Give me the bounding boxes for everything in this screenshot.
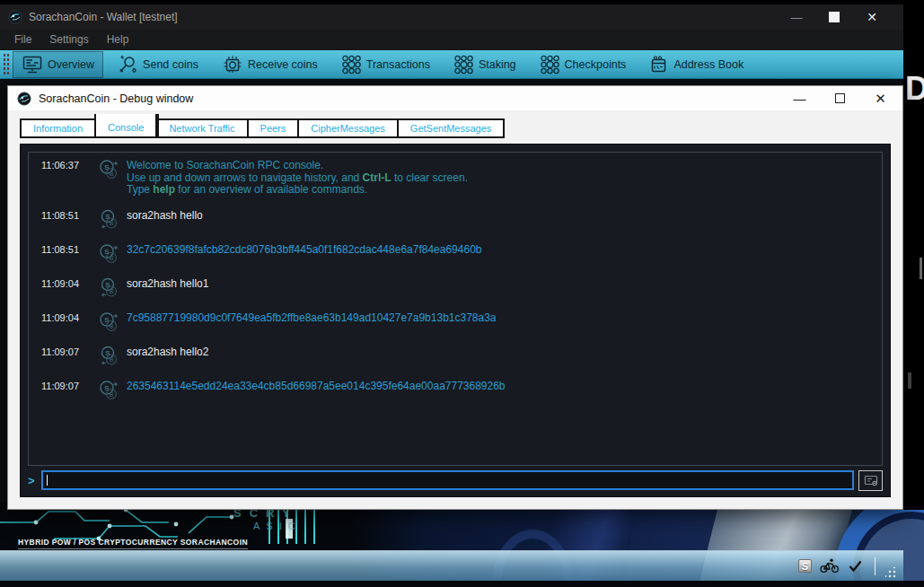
console-row: 11:06:37 S B Welcome to SorachanCoin RPC… <box>29 159 882 197</box>
tab-cipher-messages[interactable]: CipherMessages <box>299 120 399 136</box>
console-command: sora2hash hello2 <box>127 346 882 367</box>
toolbar-transactions-button[interactable]: Transactions <box>332 51 439 78</box>
console-timestamp: 11:09:07 <box>41 380 91 401</box>
console-hash-result: 32c7c20639f8fafcb82cdc8076b3bff445a0f1f6… <box>127 243 882 265</box>
rpc-reply-coin-icon: S B <box>91 159 127 197</box>
rpc-command-coin-icon: S B <box>91 209 127 231</box>
console-input[interactable] <box>43 473 852 489</box>
hybrid-pow-pos-tagline: HYBRID POW / POS CRYPTOCURRENCY SORACHAN… <box>18 538 248 549</box>
s-badge-icon: S <box>798 559 812 573</box>
debug-title-bar: SorachanCoin - Debug window — ✕ <box>8 86 902 110</box>
console-input-row: > <box>28 469 883 491</box>
clear-console-icon <box>864 475 878 486</box>
debug-window: SorachanCoin - Debug window — ✕ Informat… <box>7 85 903 510</box>
toolbar-overview-label: Overview <box>48 58 94 71</box>
console-timestamp: 11:09:07 <box>41 346 91 367</box>
main-window-title: SorachanCoin - Wallet [testnet] <box>29 11 178 23</box>
svg-text:B: B <box>110 220 114 226</box>
svg-text:B: B <box>110 356 114 363</box>
toolbar-address-book-label: Address Book <box>673 58 744 71</box>
status-bar: S <box>0 550 903 581</box>
debug-window-title: SorachanCoin - Debug window <box>39 92 193 105</box>
svg-text:B: B <box>110 390 114 397</box>
console-timestamp: 11:09:04 <box>41 277 91 299</box>
console-command: sora2hash hello <box>127 209 882 231</box>
rpc-command-coin-icon: S B <box>91 346 127 367</box>
sorachancoin-logo-icon <box>8 10 22 24</box>
toolbar-staking-label: Staking <box>479 58 516 71</box>
resize-grip[interactable] <box>885 567 896 578</box>
main-close-button[interactable]: ✕ <box>853 4 891 30</box>
console-timestamp: 11:08:51 <box>41 243 91 265</box>
svg-text:B: B <box>110 322 114 329</box>
menu-settings[interactable]: Settings <box>40 30 97 50</box>
toolbar-checkpoints-label: Checkpoints <box>565 58 627 71</box>
receive-coins-icon <box>222 55 243 74</box>
console-hash-result: 7c95887719980d9c0f7649ea5fb2ffbe8ae63b14… <box>127 311 882 333</box>
console-timestamp: 11:09:04 <box>41 311 91 333</box>
toolbar: Overview Send coins <box>0 50 903 79</box>
background-letter: D <box>905 70 924 108</box>
console-row: 11:09:04 S B 7c95887719980d9c0f7649ea5fb… <box>29 311 882 333</box>
checkpoints-icon <box>540 55 560 74</box>
menu-bar: File Settings Help <box>0 30 903 50</box>
toolbar-transactions-label: Transactions <box>366 58 430 71</box>
toolbar-send-coins-button[interactable]: Send coins <box>109 51 207 78</box>
clear-console-button[interactable] <box>858 470 883 491</box>
svg-text:B: B <box>110 288 114 294</box>
toolbar-checkpoints-button[interactable]: Checkpoints <box>531 51 636 78</box>
sorachancoin-logo-icon <box>17 92 31 106</box>
console-row: 11:09:04 S B sora2hash hello1 <box>29 277 882 299</box>
staking-icon <box>453 55 474 74</box>
console-command: sora2hash hello1 <box>127 277 882 299</box>
menu-help[interactable]: Help <box>98 30 138 50</box>
sync-check-icon[interactable] <box>848 559 863 573</box>
main-minimize-button[interactable]: — <box>778 4 815 30</box>
debug-tab-bar: Information Console Network Traffic Peer… <box>20 118 505 138</box>
keyword-ctrl-l: Ctrl-L <box>363 171 392 184</box>
debug-maximize-button[interactable] <box>820 86 860 110</box>
tab-information[interactable]: Information <box>22 120 96 136</box>
toolbar-staking-button[interactable]: Staking <box>444 51 525 78</box>
main-title-bar: SorachanCoin - Wallet [testnet] — ✕ <box>0 4 903 30</box>
asic-art-text: ASIC <box>253 521 302 531</box>
send-coins-icon <box>118 55 138 74</box>
transactions-icon <box>341 55 362 74</box>
screen-bottom-strip <box>0 581 924 587</box>
toolbar-address-book-button[interactable]: Address Book <box>640 51 752 78</box>
console-input-wrap <box>41 470 854 490</box>
debug-close-button[interactable]: ✕ <box>860 86 901 110</box>
tab-console[interactable]: Console <box>96 114 157 136</box>
menu-file[interactable]: File <box>5 30 40 50</box>
console-row: 11:09:07 S B sora2hash hello2 <box>29 346 882 367</box>
tab-network-traffic[interactable]: Network Traffic <box>157 120 248 136</box>
console-hash-result: 2635463114e5edd24ea33e4cb85d66987a5ee014… <box>127 380 882 401</box>
toolbar-receive-coins-label: Receive coins <box>248 58 318 71</box>
console-timestamp: 11:06:37 <box>41 159 91 197</box>
svg-text:B: B <box>110 254 114 260</box>
rpc-reply-coin-icon: S B <box>91 311 127 333</box>
console-panel: 11:06:37 S B Welcome to SorachanCoin RPC… <box>20 144 891 497</box>
toolbar-send-coins-label: Send coins <box>143 58 198 71</box>
main-maximize-button[interactable] <box>815 4 853 30</box>
console-welcome-message: Welcome to SorachanCoin RPC console. Use… <box>127 159 882 197</box>
overview-monitor-icon <box>22 55 43 74</box>
console-output: 11:06:37 S B Welcome to SorachanCoin RPC… <box>28 152 883 466</box>
toolbar-receive-coins-button[interactable]: Receive coins <box>213 51 327 78</box>
toolbar-overview-button[interactable]: Overview <box>13 51 103 78</box>
address-book-icon <box>649 55 669 74</box>
statusbar-separator <box>875 557 876 575</box>
rpc-reply-coin-icon: S B <box>91 380 127 401</box>
desktop: SorachanCoin - Wallet [testnet] — ✕ File… <box>0 0 924 587</box>
console-row: 11:08:51 S B sora2hash hello <box>29 209 882 231</box>
tab-get-sent-messages[interactable]: GetSentMessages <box>399 120 504 136</box>
debug-minimize-button[interactable]: — <box>779 86 820 110</box>
console-row: 11:09:07 S B 2635463114e5edd24ea33e4cb85… <box>29 380 882 401</box>
staking-cyclist-icon[interactable] <box>820 558 840 574</box>
console-timestamp: 11:08:51 <box>41 209 91 231</box>
svg-text:B: B <box>110 171 114 177</box>
tab-peers[interactable]: Peers <box>249 120 300 136</box>
keyword-help: help <box>153 183 175 196</box>
console-row: 11:08:51 S B 32c7c20639f8fafcb82cdc8076b… <box>29 243 882 265</box>
toolbar-gripper[interactable] <box>3 53 10 76</box>
